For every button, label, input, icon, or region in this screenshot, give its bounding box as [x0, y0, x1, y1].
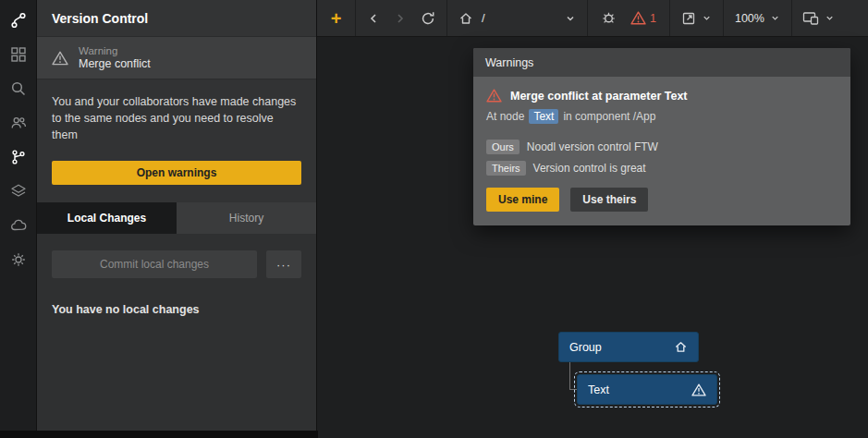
- at-node-prefix: At node: [486, 110, 524, 123]
- warning-banner-title: Merge conflict: [79, 57, 151, 70]
- layers-stack-icon[interactable]: [7, 180, 30, 202]
- debug-bug-icon[interactable]: [601, 10, 617, 26]
- conflict-actions: Use mine Use theirs: [486, 188, 837, 212]
- collaboration-users-icon[interactable]: [7, 112, 30, 134]
- warnings-popup-title: Warnings: [485, 56, 533, 69]
- settings-gear-icon[interactable]: [7, 249, 30, 271]
- noodl-logo-icon[interactable]: [7, 9, 30, 31]
- group-node[interactable]: Group: [558, 332, 699, 362]
- zoom-control-group: 100%: [724, 0, 792, 36]
- viewport-device-icon[interactable]: [802, 11, 819, 26]
- conflict-title-row: Merge conflict at parameter Text: [486, 89, 837, 103]
- merge-conflict-description: You and your collaborators have made cha…: [37, 79, 316, 143]
- warnings-popup-header: Warnings: [473, 48, 850, 77]
- tab-local-changes[interactable]: Local Changes: [37, 202, 177, 234]
- chevron-down-icon: [565, 13, 576, 24]
- open-preview-icon[interactable]: [681, 11, 696, 26]
- group-node-label: Group: [569, 341, 602, 354]
- warning-triangle-icon: [630, 11, 646, 25]
- component-path-dropdown[interactable]: /: [447, 0, 588, 36]
- components-grid-icon[interactable]: [7, 43, 30, 66]
- component-path-text: /: [482, 11, 485, 25]
- add-node-group: +: [317, 0, 356, 36]
- warning-triangle-icon: [691, 383, 706, 396]
- warning-count: 1: [650, 12, 656, 25]
- chevron-down-icon[interactable]: [825, 13, 835, 23]
- text-node[interactable]: Text: [577, 374, 717, 405]
- forward-icon[interactable]: [394, 12, 407, 25]
- commit-local-changes-button[interactable]: Commit local changes: [52, 250, 257, 278]
- use-theirs-button[interactable]: Use theirs: [570, 188, 648, 212]
- conflict-title: Merge conflict at parameter Text: [510, 90, 688, 103]
- warning-triangle-icon: [486, 89, 502, 103]
- debug-group: 1: [588, 0, 670, 36]
- more-options-button[interactable]: ···: [266, 250, 301, 278]
- noodl-editor-window: Version Control Warning Merge conflict Y…: [0, 0, 868, 438]
- navigation-group: [356, 0, 447, 36]
- panel-tabs: Local Changes History: [37, 202, 316, 234]
- ours-row: Ours Noodl version control FTW: [486, 140, 837, 154]
- panel-header: Version Control: [37, 0, 316, 37]
- no-local-changes-message: You have no local changes: [37, 278, 316, 341]
- version-control-branch-icon[interactable]: [7, 146, 30, 168]
- local-changes-content: Commit local changes ··· You have no loc…: [37, 234, 316, 438]
- left-icon-rail: [0, 0, 37, 438]
- refresh-icon[interactable]: [421, 11, 435, 26]
- merge-conflict-warning-banner[interactable]: Warning Merge conflict: [37, 37, 316, 79]
- search-icon[interactable]: [7, 78, 30, 100]
- back-icon[interactable]: [367, 12, 380, 25]
- warnings-popup-body: Merge conflict at parameter Text At node…: [473, 77, 850, 225]
- open-preview-group: [670, 0, 724, 36]
- add-node-button[interactable]: +: [331, 9, 342, 28]
- chevron-down-icon[interactable]: [702, 13, 712, 23]
- cloud-functions-icon[interactable]: [7, 214, 30, 237]
- warning-triangle-icon: [52, 51, 68, 66]
- version-control-panel: Version Control Warning Merge conflict Y…: [37, 0, 317, 438]
- node-name-chip[interactable]: Text: [529, 109, 558, 124]
- zoom-level[interactable]: 100%: [735, 12, 764, 25]
- warnings-popup: Warnings Merge conflict at parameter Tex…: [473, 48, 850, 225]
- ours-badge: Ours: [486, 140, 520, 154]
- commit-row: Commit local changes ···: [37, 234, 316, 278]
- theirs-value: Version control is great: [533, 162, 646, 175]
- ours-value: Noodl version control FTW: [527, 140, 658, 153]
- chevron-down-icon[interactable]: [770, 13, 780, 23]
- tab-history[interactable]: History: [177, 202, 316, 234]
- use-mine-button[interactable]: Use mine: [486, 188, 559, 212]
- viewport-size-group: [792, 0, 845, 36]
- node-connector-line: [569, 362, 577, 390]
- panel-bottom-bar: [0, 431, 318, 438]
- at-node-suffix: in component /App: [563, 110, 655, 123]
- conflict-location-row: At node Text in component /App: [486, 109, 837, 124]
- home-icon: [674, 340, 688, 354]
- canvas-toolbar: + /: [317, 0, 868, 37]
- home-icon: [458, 11, 473, 26]
- warnings-indicator-button[interactable]: 1: [630, 11, 656, 25]
- text-node-label: Text: [588, 383, 609, 396]
- theirs-row: Theirs Version control is great: [486, 161, 837, 176]
- warning-banner-texts: Warning Merge conflict: [79, 45, 151, 70]
- panel-title: Version Control: [52, 11, 148, 26]
- theirs-badge: Theirs: [486, 161, 526, 176]
- open-warnings-button[interactable]: Open warnings: [52, 161, 301, 185]
- warning-banner-label: Warning: [79, 45, 151, 56]
